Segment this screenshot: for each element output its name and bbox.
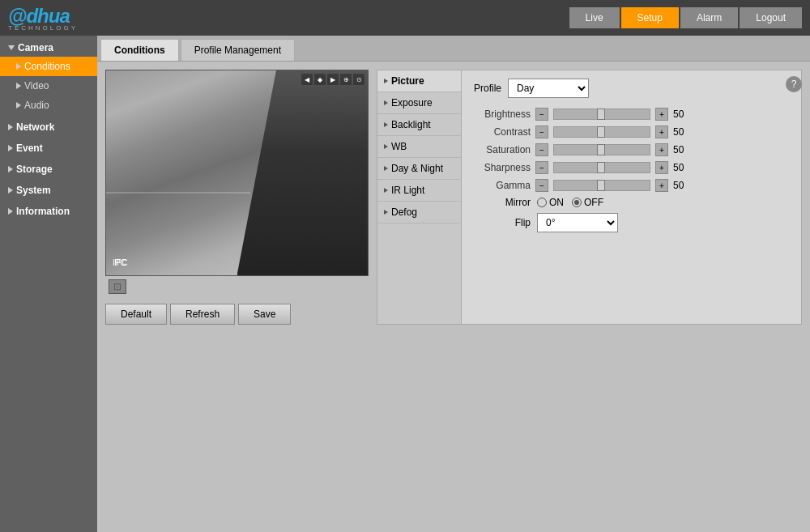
camera-preview-section: IPC ◀ ◆ ▶ ⊕ ⊙ ⊡: [105, 70, 369, 325]
network-arrow-icon: [8, 124, 13, 130]
cam-icon-2[interactable]: ◆: [314, 74, 326, 85]
saturation-label: Saturation: [474, 144, 531, 155]
sidebar-video-label: Video: [24, 80, 49, 92]
contrast-track[interactable]: [553, 126, 650, 138]
menu-ir-light-label: IR Light: [391, 185, 424, 196]
cam-icon-4[interactable]: ⊕: [340, 74, 352, 85]
cam-icon-5[interactable]: ⊙: [353, 74, 364, 85]
sidebar-item-audio[interactable]: Audio: [0, 96, 97, 115]
help-icon[interactable]: ?: [786, 76, 802, 92]
event-arrow-icon: [8, 145, 13, 151]
mirror-on-option[interactable]: ON: [537, 197, 564, 208]
default-button[interactable]: Default: [105, 304, 167, 325]
brightness-value: 50: [673, 109, 693, 120]
setup-button[interactable]: Setup: [621, 7, 679, 28]
sharpness-track[interactable]: [553, 162, 650, 173]
sidebar-item-conditions[interactable]: Conditions: [0, 57, 97, 76]
refresh-button[interactable]: Refresh: [170, 304, 235, 325]
header: @dhua TECHNOLOGY Live Setup Alarm Logout: [0, 0, 810, 36]
mirror-label: Mirror: [474, 197, 531, 208]
tab-conditions[interactable]: Conditions: [100, 39, 179, 61]
sidebar-item-video[interactable]: Video: [0, 76, 97, 96]
mirror-off-option[interactable]: OFF: [572, 197, 603, 208]
action-buttons: Default Refresh Save: [105, 304, 369, 325]
save-button[interactable]: Save: [238, 304, 291, 325]
snapshot-icon[interactable]: ⊡: [109, 279, 126, 294]
sharpness-label: Sharpness: [474, 162, 531, 173]
live-button[interactable]: Live: [569, 7, 620, 28]
sidebar-audio-label: Audio: [24, 100, 49, 111]
profile-label: Profile: [474, 83, 501, 94]
menu-picture-label: Picture: [391, 75, 424, 87]
menu-wb-label: WB: [391, 141, 407, 152]
wb-arrow-icon: [384, 144, 388, 149]
logout-button[interactable]: Logout: [740, 7, 802, 28]
sharpness-row: Sharpness − + 50: [474, 161, 789, 174]
menu-item-picture[interactable]: Picture: [377, 70, 461, 92]
gamma-minus[interactable]: −: [535, 179, 548, 192]
sidebar-section-information[interactable]: Information: [0, 199, 97, 220]
sidebar-storage-label: Storage: [16, 164, 53, 175]
menu-item-day-night[interactable]: Day & Night: [377, 158, 461, 180]
saturation-minus[interactable]: −: [535, 143, 548, 156]
gamma-value: 50: [673, 180, 693, 191]
profile-select[interactable]: Day Night Normal: [508, 79, 589, 98]
gamma-track[interactable]: [553, 180, 650, 191]
contrast-thumb[interactable]: [597, 126, 605, 138]
tab-profile-management[interactable]: Profile Management: [181, 39, 295, 61]
saturation-track[interactable]: [553, 144, 650, 155]
logo: @dhua TECHNOLOGY: [8, 5, 78, 32]
saturation-thumb[interactable]: [597, 144, 605, 155]
audio-arrow-icon: [16, 102, 21, 109]
mirror-row: Mirror ON OFF: [474, 197, 789, 208]
sidebar-system-label: System: [16, 185, 51, 196]
mirror-off-radio[interactable]: [572, 198, 582, 207]
sidebar: Camera Conditions Video Audio Network Ev…: [0, 36, 97, 532]
flip-select[interactable]: 0° 90° 180° 270°: [537, 213, 618, 232]
menu-item-wb[interactable]: WB: [377, 136, 461, 158]
brightness-minus[interactable]: −: [535, 108, 548, 121]
menu-item-backlight[interactable]: Backlight: [377, 114, 461, 136]
flip-label: Flip: [474, 217, 531, 228]
brightness-label: Brightness: [474, 109, 531, 120]
mirror-off-label: OFF: [584, 197, 603, 208]
conditions-arrow-icon: [16, 63, 21, 70]
menu-backlight-label: Backlight: [391, 119, 431, 130]
camera-ipc-label: IPC: [113, 258, 126, 267]
settings-panel: Picture Exposure Backlight WB: [377, 70, 802, 325]
menu-item-exposure[interactable]: Exposure: [377, 92, 461, 114]
brightness-plus[interactable]: +: [655, 108, 668, 121]
main-layout: Camera Conditions Video Audio Network Ev…: [0, 36, 810, 532]
brightness-track[interactable]: [553, 109, 650, 120]
sidebar-section-camera[interactable]: Camera: [0, 36, 97, 57]
menu-defog-label: Defog: [391, 206, 417, 218]
sidebar-section-network[interactable]: Network: [0, 115, 97, 136]
camera-preview: IPC ◀ ◆ ▶ ⊕ ⊙: [105, 70, 369, 276]
gamma-thumb[interactable]: [597, 180, 605, 191]
contrast-plus[interactable]: +: [655, 126, 668, 138]
sharpness-thumb[interactable]: [597, 162, 605, 173]
brightness-row: Brightness − + 50: [474, 108, 789, 121]
alarm-button[interactable]: Alarm: [680, 7, 738, 28]
flip-row: Flip 0° 90° 180° 270°: [474, 213, 789, 232]
saturation-plus[interactable]: +: [655, 143, 668, 156]
sharpness-plus[interactable]: +: [655, 161, 668, 174]
menu-item-ir-light[interactable]: IR Light: [377, 180, 461, 202]
menu-item-defog[interactable]: Defog: [377, 202, 461, 223]
sidebar-conditions-label: Conditions: [24, 61, 70, 72]
brightness-thumb[interactable]: [597, 109, 605, 120]
sidebar-section-storage[interactable]: Storage: [0, 157, 97, 178]
cam-icon-1[interactable]: ◀: [301, 74, 313, 85]
contrast-minus[interactable]: −: [535, 126, 548, 138]
profile-row: Profile Day Night Normal: [474, 79, 789, 98]
sidebar-section-event[interactable]: Event: [0, 136, 97, 157]
cam-icon-3[interactable]: ▶: [327, 74, 339, 85]
inner-content: IPC ◀ ◆ ▶ ⊕ ⊙ ⊡: [97, 62, 810, 333]
sidebar-section-system[interactable]: System: [0, 178, 97, 199]
sharpness-minus[interactable]: −: [535, 161, 548, 174]
mirror-on-radio[interactable]: [537, 198, 547, 207]
information-arrow-icon: [8, 208, 13, 215]
gamma-plus[interactable]: +: [655, 179, 668, 192]
menu-day-night-label: Day & Night: [391, 163, 443, 174]
saturation-row: Saturation − + 50: [474, 143, 789, 156]
